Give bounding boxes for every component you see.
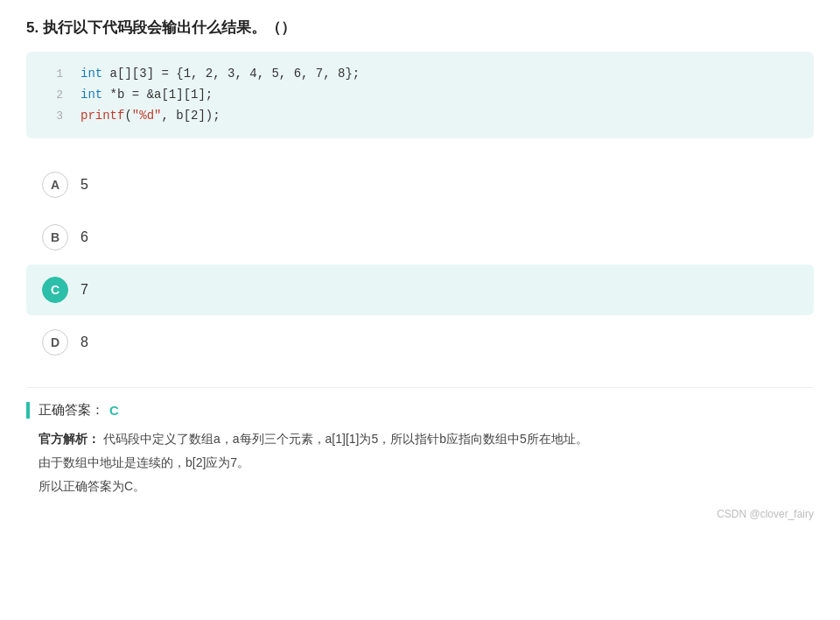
options-list: A 5 B 6 C 7 D 8 (26, 159, 814, 370)
answer-section: 正确答案： C 官方解析：代码段中定义了数组a，a每列三个元素，a[1][1]为… (26, 387, 814, 497)
watermark: CSDN @clover_fairy (26, 508, 814, 520)
keyword-int-1: int (80, 67, 102, 81)
analysis-block: 官方解析：代码段中定义了数组a，a每列三个元素，a[1][1]为5，所以指针b应… (26, 427, 814, 497)
line-number-3: 3 (38, 107, 63, 126)
answer-label: 正确答案： (38, 402, 104, 419)
option-d-text: 8 (80, 335, 88, 350)
answer-value: C (109, 403, 119, 418)
option-b-text: 6 (80, 229, 88, 245)
option-a[interactable]: A 5 (26, 159, 814, 210)
option-c[interactable]: C 7 (26, 264, 814, 315)
option-b-badge: B (42, 224, 68, 250)
code-line-1: 1 int a[][3] = {1, 2, 3, 4, 5, 6, 7, 8}; (38, 64, 796, 85)
option-c-text: 7 (80, 282, 88, 298)
option-a-badge: A (42, 172, 68, 198)
page-container: 5. 执行以下代码段会输出什么结果。（） 1 int a[][3] = {1, … (0, 0, 840, 538)
option-c-badge: C (42, 277, 68, 303)
code-text-1: int a[][3] = {1, 2, 3, 4, 5, 6, 7, 8}; (80, 64, 360, 85)
function-printf: printf (80, 109, 124, 123)
string-format: "%d" (132, 109, 162, 123)
code-block: 1 int a[][3] = {1, 2, 3, 4, 5, 6, 7, 8};… (26, 52, 814, 138)
question-title: 5. 执行以下代码段会输出什么结果。（） (26, 18, 814, 38)
analysis-label: 官方解析： (38, 432, 100, 446)
option-d-badge: D (42, 329, 68, 356)
code-text-3: printf("%d", b[2]); (80, 106, 220, 127)
option-a-text: 5 (80, 177, 88, 193)
option-d[interactable]: D 8 (26, 317, 814, 368)
line-number-1: 1 (38, 65, 63, 84)
correct-answer-line: 正确答案： C (26, 402, 814, 419)
line-number-2: 2 (38, 86, 63, 105)
code-line-2: 2 int *b = &a[1][1]; (38, 85, 796, 106)
code-text-2: int *b = &a[1][1]; (80, 85, 213, 106)
option-b[interactable]: B 6 (26, 212, 814, 263)
code-line-3: 3 printf("%d", b[2]); (38, 106, 796, 127)
keyword-int-2: int (80, 88, 102, 102)
